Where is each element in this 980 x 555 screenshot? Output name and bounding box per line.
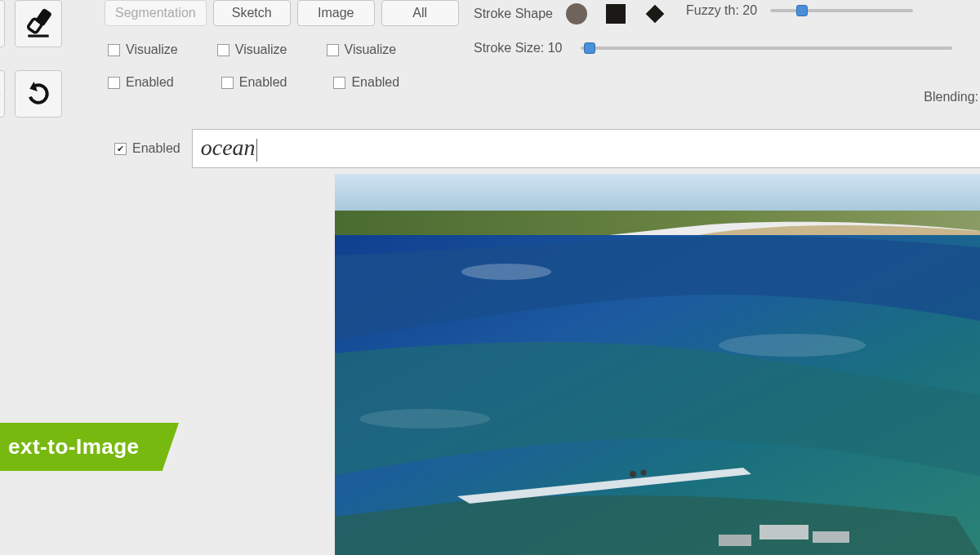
stroke-shape-square[interactable] xyxy=(604,2,628,26)
redo-tool-button[interactable] xyxy=(0,70,5,118)
all-mode-button[interactable]: All xyxy=(381,0,459,26)
text-enabled-label: Enabled xyxy=(132,141,180,156)
fuzzy-threshold-label: Fuzzy th: 20 xyxy=(686,3,757,18)
svg-point-13 xyxy=(461,264,551,280)
sketch-visualize-checkbox[interactable]: Visualize xyxy=(217,42,287,57)
svg-rect-12 xyxy=(719,535,751,546)
enabled-label: Enabled xyxy=(351,75,399,90)
stroke-size-slider[interactable] xyxy=(581,47,952,50)
image-mode-button[interactable]: Image xyxy=(297,0,375,26)
image-visualize-checkbox[interactable]: Visualize xyxy=(327,42,397,57)
text-caret-icon xyxy=(256,139,257,162)
segmentation-visualize-checkbox[interactable]: Visualize xyxy=(108,42,178,57)
svg-rect-4 xyxy=(606,4,626,24)
text-to-image-banner: ext-to-Image xyxy=(0,423,163,471)
eraser-tool-button[interactable] xyxy=(15,0,62,47)
stroke-shape-diamond[interactable] xyxy=(643,2,667,26)
image-enabled-checkbox[interactable]: Enabled xyxy=(333,75,399,90)
text-prompt-value: ocean xyxy=(201,135,256,160)
svg-rect-6 xyxy=(335,174,980,211)
output-canvas[interactable] xyxy=(335,174,980,555)
checkmark-icon: ✔ xyxy=(114,143,127,155)
segmentation-enabled-checkbox[interactable]: Enabled xyxy=(108,75,174,90)
svg-rect-5 xyxy=(646,5,665,24)
svg-rect-11 xyxy=(813,531,849,543)
sketch-mode-button[interactable]: Sketch xyxy=(213,0,291,26)
enabled-label: Enabled xyxy=(126,75,174,90)
stroke-shape-circle[interactable] xyxy=(564,2,589,26)
blending-label: Blending: xyxy=(924,90,978,104)
visualize-label: Visualize xyxy=(345,42,397,57)
enabled-label: Enabled xyxy=(239,75,287,90)
svg-point-3 xyxy=(566,3,587,24)
svg-point-14 xyxy=(719,334,866,357)
svg-point-8 xyxy=(630,471,636,477)
stroke-size-label: Stroke Size: 10 xyxy=(474,41,563,56)
svg-rect-10 xyxy=(760,525,808,539)
undo-tool-button[interactable] xyxy=(15,70,62,118)
svg-point-9 xyxy=(641,470,647,476)
text-enabled-checkbox[interactable]: ✔ Enabled xyxy=(114,141,180,156)
fuzzy-threshold-slider[interactable] xyxy=(770,9,913,12)
svg-rect-2 xyxy=(28,34,48,37)
sketch-enabled-checkbox[interactable]: Enabled xyxy=(221,75,287,90)
visualize-label: Visualize xyxy=(126,42,178,57)
text-prompt-input[interactable]: ocean xyxy=(192,129,980,168)
stroke-shape-label: Stroke Shape xyxy=(474,7,553,21)
visualize-label: Visualize xyxy=(235,42,287,57)
svg-rect-0 xyxy=(35,8,52,26)
unknown-tool-button[interactable] xyxy=(0,0,5,47)
segmentation-mode-button[interactable]: Segmentation xyxy=(105,0,207,26)
svg-point-15 xyxy=(359,409,490,428)
